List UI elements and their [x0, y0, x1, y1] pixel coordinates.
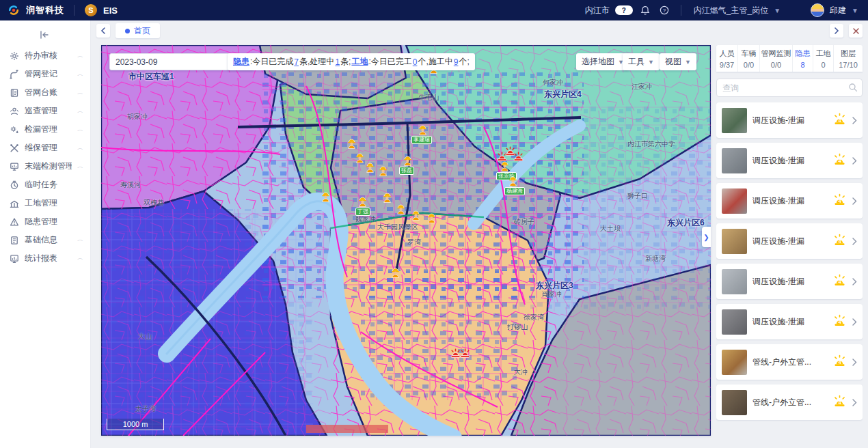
- weather-icon[interactable]: ?: [615, 5, 633, 15]
- chevron-right-icon[interactable]: [852, 359, 857, 366]
- worker-marker[interactable]: [321, 192, 330, 202]
- worker-marker[interactable]: [347, 139, 356, 149]
- site-icon: [10, 199, 19, 208]
- sidebar-item-statistics[interactable]: 统计报表 ︿: [0, 249, 90, 268]
- banner-text: 条,处理中: [299, 56, 334, 68]
- city-name[interactable]: 内江市: [585, 5, 610, 16]
- chevron-right-icon[interactable]: [852, 157, 857, 165]
- sidebar-collapse-button[interactable]: [0, 25, 90, 45]
- hazard-list-item[interactable]: 调压设施-泄漏 4: [716, 102, 863, 138]
- worker-name-chip: 张磊: [399, 167, 414, 175]
- caret-up-icon: ︿: [77, 107, 83, 114]
- pipeline-icon: [10, 70, 19, 79]
- caret-up-icon: ︿: [77, 70, 83, 77]
- worker-marker[interactable]: [355, 153, 364, 163]
- hazard-list-item[interactable]: 管线-户外立管... 4: [716, 344, 863, 380]
- sidebar-item-label: 管网台账: [25, 87, 72, 98]
- hazard-title: 调压设施-泄漏: [752, 236, 827, 247]
- search-input[interactable]: [716, 79, 863, 97]
- banner-text: :今日已完工: [368, 56, 411, 68]
- hazard-link[interactable]: 隐患: [233, 56, 249, 68]
- place-label: 打锣山: [507, 322, 528, 332]
- help-icon[interactable]: ?: [657, 3, 671, 17]
- tab-close-button[interactable]: [849, 24, 863, 38]
- site-link[interactable]: 工地: [351, 56, 368, 68]
- hazard-title: 管线-户外立管...: [752, 356, 827, 368]
- worker-marker[interactable]: [403, 156, 412, 166]
- worker-marker[interactable]: [411, 210, 420, 221]
- worker-marker[interactable]: [508, 176, 517, 186]
- sidebar-item-terminal-detect[interactable]: 末端检测管理 ︿: [0, 157, 90, 176]
- tab-sites[interactable]: 工地 0: [813, 45, 834, 72]
- alarm-marker[interactable]: [459, 348, 471, 359]
- divider: [74, 5, 74, 16]
- tab-vehicles[interactable]: 车辆 0/0: [738, 45, 760, 72]
- hazard-list-item[interactable]: 调压设施-泄漏 4: [716, 183, 863, 219]
- worker-marker[interactable]: [427, 213, 436, 223]
- hazard-list-item[interactable]: 调压设施-泄漏 4: [716, 264, 863, 299]
- sidebar-item-pipeline-register[interactable]: 管网登记 ︿: [0, 65, 90, 83]
- worker-marker[interactable]: [391, 268, 400, 278]
- svg-text:?: ?: [663, 8, 666, 14]
- worker-marker[interactable]: [418, 125, 427, 135]
- sidebar-item-basic-info[interactable]: 基础信息 ︿: [0, 231, 90, 249]
- chevron-right-icon[interactable]: [852, 318, 857, 326]
- hazard-list-item[interactable]: 调压设施-泄漏 4: [716, 143, 863, 178]
- tab-scroll-left-button[interactable]: [96, 24, 110, 38]
- worker-marker[interactable]: [396, 204, 405, 214]
- chevron-right-icon[interactable]: [852, 278, 857, 285]
- worker-marker[interactable]: [358, 197, 367, 207]
- hazard-title: 调压设施-泄漏: [752, 316, 827, 328]
- search-icon[interactable]: [848, 83, 858, 95]
- hazard-list-item[interactable]: 管线-户外立管... 4: [716, 384, 863, 420]
- chevron-right-icon[interactable]: [852, 197, 857, 205]
- sidebar-item-patrol[interactable]: 巡查管理 ︿: [0, 102, 90, 120]
- avatar[interactable]: [811, 3, 824, 17]
- worker-marker[interactable]: [500, 161, 509, 171]
- map-canvas[interactable]: 市中区车巡1 东兴片区4 东兴片区3 东兴片区6 胡家冲 牛毛山 何家冲 江家冲…: [101, 45, 711, 436]
- role-selector[interactable]: 内江燃气_主管_岗位: [694, 5, 768, 16]
- sidebar-item-pipeline-ledger[interactable]: 管网台账 ︿: [0, 83, 90, 102]
- sidebar-menu: 待办审核 ︿ 管网登记 ︿ 管网台账 ︿ 巡查管理 ︿: [0, 46, 90, 268]
- sidebar-item-label: 工地管理: [25, 197, 83, 209]
- view-dropdown[interactable]: 视图 ▼: [660, 53, 696, 70]
- hazard-title: 调压设施-泄漏: [752, 155, 827, 167]
- worker-marker[interactable]: [383, 193, 392, 203]
- worker-marker[interactable]: [379, 166, 388, 176]
- tools-dropdown[interactable]: 工具 ▼: [623, 53, 660, 70]
- navbar-left: 润智科技 S EIS: [7, 3, 118, 17]
- zone-label: 东兴片区6: [667, 217, 705, 229]
- hazard-list-item[interactable]: 调压设施-泄漏 4: [716, 223, 863, 259]
- tab-hazards[interactable]: 隐患 8: [793, 45, 813, 72]
- panel-collapse-handle[interactable]: ❯: [702, 227, 711, 247]
- sidebar-item-hazard-mgmt[interactable]: 隐患管理: [0, 212, 90, 231]
- chevron-right-icon[interactable]: [852, 117, 857, 124]
- worker-marker[interactable]: [366, 163, 375, 173]
- user-name[interactable]: 邱建: [830, 5, 846, 16]
- alarm-marker[interactable]: [513, 152, 524, 162]
- place-label: 牛毛山: [418, 93, 439, 102]
- site-working-count: 9: [454, 57, 459, 67]
- tab-pipeline-monitor[interactable]: 管网监测 0/0: [760, 45, 793, 72]
- tab-home[interactable]: 首页: [116, 23, 160, 38]
- sidebar-item-maintenance[interactable]: 维保管理 ︿: [0, 139, 90, 157]
- hazard-list-item[interactable]: 调压设施-泄漏 4: [716, 304, 863, 339]
- sidebar-item-temp-task[interactable]: 临时任务: [0, 176, 90, 194]
- sidebar-item-site-mgmt[interactable]: 工地管理: [0, 194, 90, 212]
- tab-scroll-right-button[interactable]: [830, 24, 843, 38]
- hazard-processing-count: 1: [335, 57, 340, 67]
- tab-layers[interactable]: 图层 17/10: [834, 45, 863, 72]
- alarm-level-icon: 4: [832, 113, 847, 128]
- sidebar-item-leak-detect[interactable]: 检漏管理 ︿: [0, 120, 90, 139]
- eis-logo-icon: S: [84, 3, 98, 17]
- tab-home-label: 首页: [134, 25, 150, 37]
- tab-personnel[interactable]: 人员 9/37: [716, 45, 738, 72]
- caret-up-icon: ︿: [77, 52, 83, 59]
- notifications-bell-icon[interactable]: [638, 3, 652, 17]
- select-map-dropdown[interactable]: 选择地图 ▼: [576, 53, 629, 70]
- tab-label: 车辆: [738, 48, 759, 59]
- chevron-right-icon[interactable]: [852, 238, 857, 245]
- chevron-right-icon[interactable]: [852, 399, 857, 406]
- sidebar-item-audit[interactable]: 待办审核 ︿: [0, 46, 90, 65]
- runzhi-logo-icon: [7, 3, 21, 17]
